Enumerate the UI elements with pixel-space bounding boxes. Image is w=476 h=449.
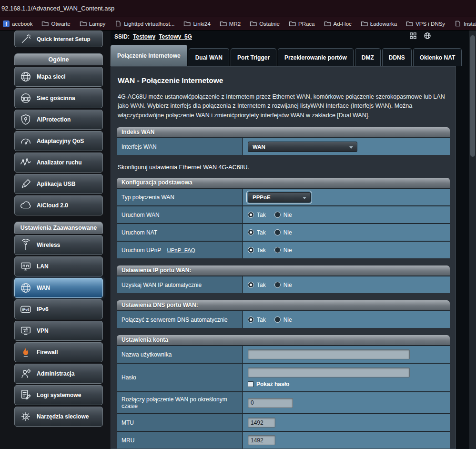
table-row: Uzyskaj WAN IP automatycznie Tak Nie — [117, 276, 450, 293]
enable-nat-label: Uruchom NAT — [122, 229, 157, 236]
sidebar-item-guest-network[interactable]: Sieć gościnna — [14, 88, 103, 108]
wan-type-select[interactable]: PPPoE — [248, 192, 311, 203]
tab-nat-passthrough[interactable]: Okienko NAT — [413, 48, 462, 66]
bookmark-item[interactable]: Ładowarka — [361, 20, 397, 27]
section-wan-ip: Ustawienia IP portu WAN: Uzyskaj WAN IP … — [117, 265, 450, 293]
bookmark-item[interactable]: Lampy — [80, 20, 106, 27]
sidebar-item-network-tools[interactable]: Narzędzia sieciowe — [14, 407, 103, 427]
mtu-label: MTU — [122, 419, 134, 426]
ssid-label: SSID: — [114, 33, 130, 40]
table-row: Interfejs WAN WAN — [117, 137, 450, 155]
sidebar-item-aiprotection[interactable]: AiProtection — [14, 110, 103, 130]
folder-icon — [80, 20, 87, 27]
mtu-input[interactable] — [248, 418, 275, 428]
bookmark-item[interactable]: VPS i DNSy — [406, 20, 445, 27]
admin-icon — [19, 367, 32, 380]
bookmark-facebook[interactable]: facebook — [3, 20, 32, 27]
table-row: Uruchom WAN Tak Nie — [117, 205, 450, 223]
quick-setup-icon — [19, 32, 32, 46]
tab-ddns[interactable]: DDNS — [382, 48, 412, 66]
bookmark-item[interactable]: PRaca — [289, 20, 315, 27]
enable-wan-yes-radio[interactable] — [248, 212, 254, 218]
bookmark-item[interactable]: MR2 — [220, 20, 241, 27]
network-map-icon — [19, 70, 32, 83]
tab-dual-wan[interactable]: Dual WAN — [189, 48, 229, 66]
page-description: 4G-AC68U może ustanowićpołączenie z Inte… — [118, 92, 449, 120]
bookmark-item[interactable]: Linki24 — [183, 20, 210, 27]
log-icon — [19, 388, 32, 402]
wan-interface-select[interactable]: WAN — [248, 142, 357, 152]
enable-nat-yes-radio[interactable] — [248, 229, 254, 235]
tab-dmz[interactable]: DMZ — [355, 48, 381, 66]
folder-icon — [41, 20, 49, 27]
sidebar-item-quick-internet-setup[interactable]: Quick Internet Setup — [14, 31, 103, 47]
content-panel: WAN - Połączenie Internetowe 4G-AC68U mo… — [111, 66, 456, 449]
sidebar-section-general: Ogólne — [14, 53, 103, 65]
tab-port-forwarding[interactable]: Przekierowanie portów — [278, 48, 354, 66]
scrollbar-thumb[interactable] — [470, 35, 475, 157]
sidebar-item-aicloud[interactable]: AiCloud 2.0 — [14, 195, 103, 215]
folder-icon — [250, 20, 257, 27]
auto-dns-yes-radio[interactable] — [248, 316, 254, 323]
auto-ip-yes-radio[interactable] — [248, 282, 254, 288]
sidebar-item-ipv6[interactable]: IPv6 IPv6 — [14, 299, 103, 319]
wireless-icon — [19, 238, 32, 252]
ssid-link-24[interactable]: Testowy — [133, 33, 155, 40]
table-row: MTU — [117, 413, 450, 431]
bookmark-item[interactable]: Otwarte — [41, 20, 70, 27]
auto-ip-no-radio[interactable] — [274, 282, 281, 288]
sidebar-item-wan[interactable]: WAN — [14, 278, 103, 298]
show-password-label: Pokaż hasło — [256, 381, 289, 388]
sidebar-item-traffic-analyzer[interactable]: Analizator ruchu — [14, 153, 103, 173]
enable-upnp-yes-radio[interactable] — [248, 247, 254, 253]
sidebar-item-network-map[interactable]: Mapa sieci — [14, 67, 103, 87]
sidebar-item-usb-application[interactable]: Aplikacja USB — [14, 174, 103, 194]
enable-wan-no-radio[interactable] — [274, 212, 281, 218]
bookmark-item[interactable]: Lighttpd virtualhost... — [114, 20, 174, 27]
sidebar-item-vpn[interactable]: VPN — [14, 321, 103, 341]
tab-port-trigger[interactable]: Port Trigger — [231, 48, 276, 66]
username-input[interactable] — [248, 349, 410, 359]
wan-interface-label: Interfejs WAN — [122, 143, 157, 150]
folder-icon — [183, 20, 191, 27]
disconnect-time-label: Rozłączy połączenie WAN po określonym cz… — [122, 396, 237, 409]
page-icon — [114, 20, 122, 27]
page-icon — [454, 20, 461, 27]
username-label: Nazwa użytkownika — [122, 351, 172, 358]
globe-icon[interactable] — [424, 32, 431, 40]
vertical-scrollbar[interactable] — [469, 31, 476, 449]
traffic-wave-icon — [19, 156, 32, 169]
disconnect-time-input[interactable] — [248, 398, 293, 408]
sidebar-item-administration[interactable]: Administracja — [14, 364, 103, 384]
ssid-link-5g[interactable]: Testowy_5G — [159, 33, 192, 40]
enable-upnp-no-radio[interactable] — [274, 247, 281, 253]
sidebar-item-system-log[interactable]: Logi systemowe — [14, 385, 103, 405]
browser-address-bar[interactable]: 92.168.1.1/Advanced_WAN_Content.asp — [0, 0, 476, 17]
auto-ip-label: Uzyskaj WAN IP automatycznie — [122, 282, 202, 288]
page-title: WAN - Połączenie Internetowe — [118, 76, 450, 85]
bookmark-item[interactable]: Instalacja Windows... — [454, 20, 476, 27]
password-label: Hasło — [122, 374, 136, 381]
sidebar-item-firewall[interactable]: Firewall — [14, 342, 103, 362]
folder-icon — [406, 20, 413, 27]
section-header-wan-dns: Ustawienia DNS portu WAN: — [117, 300, 450, 310]
show-password-checkbox[interactable] — [248, 381, 253, 387]
sidebar-item-adaptive-qos[interactable]: Adaptacyjny QoS — [14, 131, 103, 151]
mru-input[interactable] — [248, 435, 275, 445]
auto-dns-no-radio[interactable] — [274, 316, 281, 323]
bookmark-item[interactable]: Ostatnie — [250, 20, 280, 27]
bookmark-item[interactable]: Ad-Hoc — [324, 20, 352, 27]
enable-nat-no-radio[interactable] — [274, 229, 281, 235]
sidebar-section-advanced: Ustawienia Zaawansowane — [14, 222, 103, 234]
sidebar-item-wireless[interactable]: Wireless — [14, 235, 103, 255]
table-row: Uruchom UPnP UPnP_FAQ Tak Nie — [117, 241, 450, 258]
upnp-faq-link[interactable]: UPnP_FAQ — [167, 247, 195, 253]
facebook-icon: f — [3, 20, 10, 27]
tab-internet-connection[interactable]: Połączenie Internetowe — [111, 45, 187, 66]
password-input[interactable] — [248, 367, 410, 378]
vpn-icon — [19, 324, 32, 337]
pen-icon — [19, 177, 32, 191]
grid-icon[interactable] — [409, 32, 417, 40]
sidebar-item-lan[interactable]: LAN — [14, 256, 103, 276]
browser-url[interactable]: 92.168.1.1/Advanced_WAN_Content.asp — [1, 5, 114, 12]
